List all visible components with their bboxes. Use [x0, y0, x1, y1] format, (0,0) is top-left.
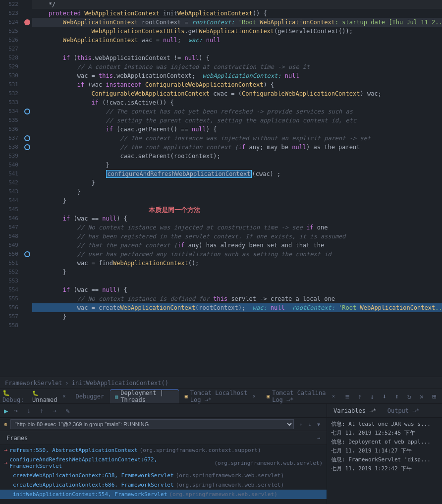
code-content: configureAndRefreshWebApplicationContext… — [32, 169, 442, 178]
line-number: 528 — [0, 54, 22, 62]
frame-item[interactable]: initWebApplicationContext:554, Framework… — [0, 490, 327, 499]
line-gutter — [22, 98, 32, 107]
breakpoint-hollow[interactable] — [24, 251, 30, 257]
code-content: wac = this.webApplicationContext; webApp… — [32, 71, 442, 80]
code-line: 540 } — [0, 161, 442, 169]
line-gutter — [22, 143, 32, 152]
line-number: 525 — [0, 27, 22, 36]
debug-step-into-btn[interactable]: ↓ — [24, 406, 34, 416]
debug-step-over-btn[interactable]: ↷ — [11, 406, 21, 416]
code-line: 544 } — [0, 196, 442, 205]
frame-location: (org.springframework.web.servlet) — [169, 491, 277, 498]
tab-output[interactable]: Output →* — [384, 406, 424, 416]
frame-location: (org.springframework.context.support) — [140, 447, 261, 453]
toolbar-up-btn[interactable]: ↑ — [354, 391, 365, 402]
debug-run-cursor-btn[interactable]: → — [50, 406, 59, 416]
toolbar-filter-btn[interactable]: ≡ — [342, 391, 353, 402]
deployment-threads-icon: ▤ — [115, 394, 118, 399]
variables-area: 信息: At least one JAR was s...七月 11, 2019… — [327, 418, 442, 504]
code-line: 535 // setting the parent context, setti… — [0, 116, 442, 125]
frame-item[interactable]: →configureAndRefreshWebApplicationContex… — [0, 455, 327, 471]
code-line: 531 if (wac instanceof ConfigurableWebAp… — [0, 80, 442, 89]
toolbar-down-btn[interactable]: ↓ — [367, 391, 378, 402]
line-number: 558 — [0, 321, 22, 330]
frame-item[interactable]: createWebApplicationContext:638, Framewo… — [0, 471, 327, 480]
log-entry: 信息: Deployment of web appl... — [331, 438, 438, 447]
code-line: 524 WebApplicationContext rootContext = … — [0, 18, 442, 27]
line-gutter — [22, 250, 32, 259]
line-number: 556 — [0, 303, 22, 312]
breakpoint-hollow[interactable] — [24, 109, 30, 114]
breadcrumb-method[interactable]: initWebApplicationContext() — [72, 380, 168, 387]
editor-container: 522 */523 protected WebApplicationContex… — [0, 0, 442, 377]
tab-debugger[interactable]: Debugger — [70, 390, 109, 403]
debug-tab-bar: 🐛 Debug: 🐛 Unnamed × Debugger ▤ Deployme… — [0, 389, 442, 404]
tab-deployment-threads[interactable]: ▤ Deployment | Threads — [110, 390, 178, 403]
log-entry: 信息: FrameworkServlet 'disp... — [331, 455, 438, 464]
breakpoint-hollow[interactable] — [24, 144, 30, 150]
line-number: 554 — [0, 285, 22, 294]
line-number: 540 — [0, 161, 22, 169]
breadcrumb-class[interactable]: FrameworkServlet — [5, 380, 62, 387]
breakpoint-red[interactable] — [24, 19, 30, 25]
code-content: cwac.setParent(rootContext); — [32, 152, 442, 161]
line-gutter — [22, 187, 32, 196]
code-line: 557 } — [0, 312, 442, 321]
thread-filter-btn[interactable]: ▼ — [315, 420, 323, 428]
thread-up-btn[interactable]: ↑ — [297, 420, 305, 428]
toolbar-grid-btn[interactable]: ⊞ — [429, 391, 440, 402]
tomcat-catalina-icon: ▣ — [267, 393, 270, 399]
code-line: 534 // The context has not yet been refr… — [0, 107, 442, 116]
debug-sub-tabs: Frames ⇥ — [0, 431, 327, 445]
line-number: 531 — [0, 80, 22, 89]
code-line: 525 WebApplicationContextUtils.getWebApp… — [0, 27, 442, 36]
code-content: // that the parent context (if any) has … — [32, 241, 442, 250]
tab-variables[interactable]: Variables →* — [330, 406, 381, 416]
debug-step-out-btn[interactable]: ↑ — [37, 406, 47, 416]
code-content: if (wac == null) { — [32, 214, 442, 223]
code-line: 558 — [0, 321, 442, 330]
toolbar-reload-btn[interactable]: ↻ — [404, 391, 415, 402]
code-line: 555 // No context instance is defined fo… — [0, 294, 442, 303]
toolbar-close-btn[interactable]: ✕ — [416, 391, 427, 402]
tomcat-catalina-close[interactable]: × — [332, 393, 335, 399]
debug-left-panel: ▶ ↷ ↓ ↑ → ✎ ⚙ "http-bio-80-exec-1"@2,369… — [0, 404, 327, 504]
code-line: 530 wac = this.webApplicationContext; we… — [0, 71, 442, 80]
code-line: 554 if (wac == null) { — [0, 285, 442, 294]
line-number: 534 — [0, 107, 22, 116]
tab-tomcat-localhost[interactable]: ▣ Tomcat Localhost Log →* × — [180, 390, 261, 403]
toolbar-export-btn[interactable]: ⬇ — [379, 391, 390, 402]
thread-selector: ⚙ "http-bio-80-exec-1"@2,369 in group "m… — [0, 418, 327, 431]
line-number: 550 — [0, 250, 22, 259]
frame-item[interactable]: createWebApplicationContext:686, Framewo… — [0, 480, 327, 490]
code-content: wac = findWebApplicationContext(); — [32, 259, 442, 268]
sub-tab-frames[interactable]: Frames — [2, 433, 32, 443]
line-gutter — [22, 45, 32, 54]
breakpoint-hollow[interactable] — [24, 135, 30, 141]
frame-item[interactable]: →refresh:550, AbstractApplicationContext… — [0, 445, 327, 455]
code-line: 545 — [0, 205, 442, 214]
line-gutter — [22, 89, 32, 98]
debug-session-close[interactable]: × — [62, 393, 65, 399]
code-content: } — [32, 268, 442, 277]
line-gutter — [22, 312, 32, 321]
debug-label: 🐛 Debug: — [2, 390, 27, 403]
code-line: 522 */ — [0, 0, 442, 9]
debug-play-btn[interactable]: ▶ — [4, 407, 8, 415]
line-number: 524 — [0, 18, 22, 27]
line-number: 546 — [0, 214, 22, 223]
code-content: wac = createWebApplicationContext(rootCo… — [32, 303, 442, 312]
code-content: if (!cwac.isActive()) { — [32, 98, 442, 107]
code-line: 542 } — [0, 178, 442, 187]
thread-down-btn[interactable]: ↓ — [306, 420, 314, 428]
code-line: 536 if (cwac.getParent() == null) { — [0, 125, 442, 134]
toolbar-import-btn[interactable]: ⬆ — [391, 391, 402, 402]
thread-dropdown[interactable]: "http-bio-80-exec-1"@2,369 in group "mai… — [10, 419, 294, 429]
sub-tab-expand[interactable]: ⇥ — [313, 433, 324, 444]
line-gutter — [22, 116, 32, 125]
tab-tomcat-catalina[interactable]: ▣ Tomcat Catalina Log →* × — [262, 390, 340, 403]
tomcat-localhost-close[interactable]: × — [253, 393, 256, 399]
debug-evaluate-btn[interactable]: ✎ — [62, 406, 72, 416]
line-number: 539 — [0, 152, 22, 161]
debug-session-name[interactable]: 🐛 Unnamed — [30, 388, 61, 405]
